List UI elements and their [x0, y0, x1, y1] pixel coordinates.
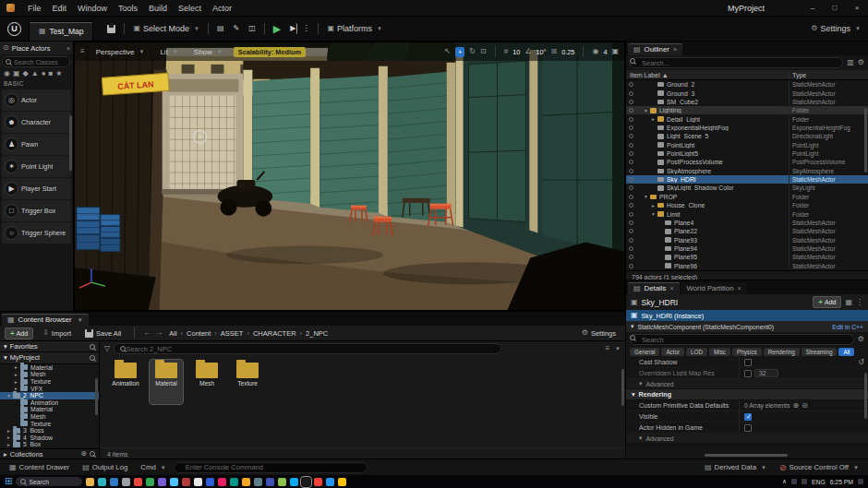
taskbar-app-icon[interactable]	[266, 478, 274, 486]
taskbar-app-icon[interactable]	[338, 478, 346, 486]
visibility-eye-icon[interactable]	[629, 100, 633, 104]
column-type[interactable]: Type	[789, 72, 868, 78]
filter-pill[interactable]: All	[838, 348, 854, 356]
visibility-eye-icon[interactable]	[629, 212, 633, 217]
folder-tree-item[interactable]: Animation	[0, 399, 99, 407]
cinematics-button[interactable]: ◫	[244, 23, 260, 34]
taskbar-app-icon[interactable]	[122, 478, 130, 486]
outliner-row[interactable]: Ground_2 StaticMeshActor	[626, 80, 868, 89]
taskbar-app-icon[interactable]	[326, 478, 334, 486]
editor-mode-dropdown[interactable]: ▣ Select Mode ▼	[128, 22, 204, 35]
taskbar-app-icon[interactable]	[278, 478, 286, 486]
visibility-eye-icon[interactable]	[629, 151, 633, 156]
folder-tree-item[interactable]: ▾ 2_NPC	[0, 392, 99, 399]
scrollbar[interactable]	[621, 369, 624, 406]
filter-funnel-icon[interactable]: ▽	[104, 345, 110, 352]
forward-icon[interactable]: →	[155, 329, 163, 337]
blueprint-icon[interactable]: ▦	[845, 299, 852, 306]
outliner-row[interactable]: ▾ Limit Folder	[626, 209, 868, 218]
outliner-row[interactable]: Light_Scene_5 DirectionalLight	[626, 132, 868, 140]
details-search-input[interactable]	[630, 334, 854, 345]
filter-icon[interactable]: ▥	[847, 59, 854, 66]
outliner-row[interactable]: Ground_3 StaticMeshActor	[626, 89, 868, 97]
place-actor-item[interactable]: ▶ Player Start	[2, 178, 71, 199]
folder-tree-item[interactable]: ▸ Mesh	[0, 371, 99, 378]
save-button[interactable]	[102, 23, 120, 35]
visibility-eye-icon[interactable]	[629, 91, 633, 96]
taskbar-app-icon[interactable]	[290, 478, 298, 486]
folder-tree-item[interactable]: ▸ 5_Box	[0, 441, 99, 448]
category-shapes-icon[interactable]: ▲	[31, 70, 39, 77]
advanced-expander[interactable]: ▾ Advanced	[626, 434, 868, 444]
blueprints-button[interactable]: ✎	[229, 23, 245, 34]
visibility-eye-icon[interactable]	[629, 82, 633, 87]
instance-header[interactable]: ▣ Sky_HDRI (Instance)	[626, 310, 868, 321]
output-log-button[interactable]: ▤ Output Log	[77, 463, 133, 471]
filter-pill[interactable]: Actor	[661, 348, 684, 356]
taskbar-app-icon[interactable]	[314, 478, 322, 486]
language-indicator[interactable]: ENG	[812, 479, 826, 485]
place-actor-item[interactable]: ○ Trigger Sphere	[2, 222, 71, 244]
asset-folder-tile[interactable]: Material	[150, 360, 183, 404]
tab-outliner[interactable]: ▤ Outliner ×	[628, 43, 682, 55]
outliner-row[interactable]: Plane93 StaticMeshActor	[626, 235, 868, 244]
scrollbar[interactable]	[69, 115, 72, 171]
outliner-row[interactable]: Plane96 StaticMeshActor	[626, 262, 868, 270]
visibility-eye-icon[interactable]	[629, 143, 633, 148]
scale-tool-icon[interactable]: ⊡	[480, 48, 487, 55]
outliner-row[interactable]: Sky_HDRI StaticMeshActor	[626, 175, 868, 184]
outliner-search-input[interactable]	[630, 57, 843, 68]
add-component-button[interactable]: + Add	[813, 296, 841, 308]
tab-content-browser[interactable]: ▦ Content Browser ▼	[2, 314, 89, 326]
breadcrumb-item[interactable]: Content	[185, 329, 219, 338]
move-tool-icon[interactable]: +	[455, 47, 464, 57]
save-all-button[interactable]: Save All	[80, 327, 126, 339]
lit-dropdown[interactable]: Lit▼	[155, 46, 182, 58]
outliner-row[interactable]: PointLight5 PointLight	[626, 149, 868, 158]
category-recent-icon[interactable]: ◉	[4, 70, 10, 77]
asset-folder-tile[interactable]: Mesh	[190, 360, 223, 404]
platforms-dropdown[interactable]: ▣ Platforms ▼	[322, 22, 387, 35]
cast-shadow-checkbox[interactable]	[744, 359, 752, 366]
grid-snap-icon[interactable]: #	[504, 48, 508, 55]
outliner-row[interactable]: SkyLight_Shadow Color SkyLight	[626, 184, 868, 192]
filter-pill[interactable]: Streaming	[802, 348, 838, 356]
outliner-row[interactable]: ▸ Detail_Light Folder	[626, 114, 868, 123]
outliner-row[interactable]: Plane22 StaticMeshActor	[626, 227, 868, 235]
search-icon[interactable]	[90, 355, 95, 361]
gear-icon[interactable]: ⚙	[858, 59, 864, 66]
visibility-eye-icon[interactable]	[629, 185, 633, 190]
taskbar-app-icon[interactable]	[302, 478, 310, 486]
actor-hidden-checkbox[interactable]	[744, 424, 752, 432]
source-control-dropdown[interactable]: ⊘ Source Control Off ▼	[774, 463, 864, 472]
add-array-element-icon[interactable]: ⊕	[792, 402, 799, 410]
breadcrumb-item[interactable]: ASSET	[219, 329, 251, 338]
visibility-eye-icon[interactable]	[629, 229, 633, 233]
menu-item[interactable]: Build	[143, 4, 173, 13]
outliner-row[interactable]: ▾ Lighting Folder	[626, 106, 868, 114]
expander-icon[interactable]: ▾	[631, 323, 633, 330]
taskbar-app-icon[interactable]	[158, 478, 166, 486]
menu-item[interactable]: Tools	[113, 4, 143, 13]
horizontal-scrollbar[interactable]	[705, 454, 788, 457]
outliner-row[interactable]: Plane4 StaticMeshActor	[626, 219, 868, 227]
search-classes-input[interactable]	[2, 56, 70, 67]
light-map-res-value[interactable]: 32	[754, 369, 778, 377]
search-icon[interactable]	[90, 451, 95, 457]
close-icon[interactable]: ×	[669, 285, 673, 292]
taskbar-app-icon[interactable]	[182, 478, 190, 486]
gear-icon[interactable]: ⚙	[858, 336, 864, 343]
viewport-scene[interactable]: 82 CÁT LAN	[75, 42, 624, 310]
minimize-button[interactable]: –	[802, 4, 824, 12]
notification-icon[interactable]	[858, 479, 863, 484]
rotate-tool-icon[interactable]: ↻	[469, 48, 476, 55]
clock[interactable]: 6:25 PM	[830, 479, 853, 485]
close-button[interactable]: ×	[846, 4, 868, 12]
visible-checkbox[interactable]	[744, 413, 752, 421]
breadcrumb-item[interactable]: All	[167, 329, 185, 338]
section-rendering[interactable]: ▾ Rendering	[626, 389, 868, 400]
place-actor-item[interactable]: □ Trigger Box	[2, 200, 71, 221]
more-options-icon[interactable]: ⋮	[856, 299, 863, 306]
place-actor-item[interactable]: ✶ Point Light	[2, 156, 71, 177]
taskbar-app-icon[interactable]	[242, 478, 250, 486]
